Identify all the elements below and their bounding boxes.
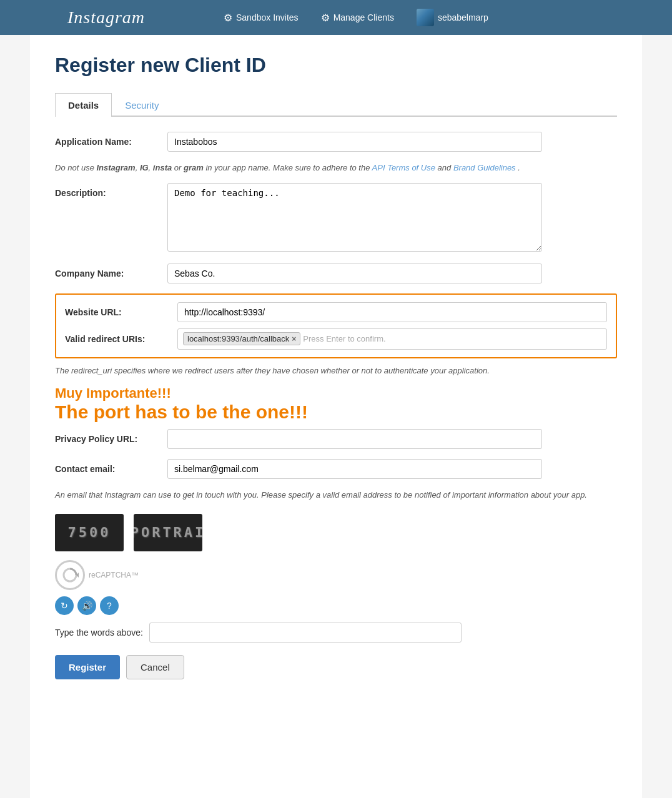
brand-guidelines-link[interactable]: Brand Guidelines	[453, 163, 516, 172]
website-url-row: Website URL:	[65, 302, 607, 322]
captcha-area: 7500 PORTRAI reCAPTCHA™ ↻ 🔊 ? Type the w…	[55, 514, 617, 643]
captcha-text-2: PORTRAI	[134, 525, 202, 540]
user-profile-link[interactable]: sebabelmarp	[405, 0, 500, 35]
app-header: Instagram ⚙ Sandbox Invites ⚙ Manage Cli…	[0, 0, 672, 35]
redirect-uri-row: Valid redirect URIs: localhost:9393/auth…	[65, 328, 607, 350]
recaptcha-icon	[55, 560, 85, 590]
recaptcha-svg	[61, 566, 79, 584]
tab-details-label: Details	[68, 100, 99, 111]
captcha-refresh-button[interactable]: ↻	[55, 596, 74, 615]
recaptcha-brand: reCAPTCHA™	[89, 571, 139, 579]
redirect-note-area: The redirect_uri specifies where we redi…	[55, 365, 617, 423]
register-button[interactable]: Register	[55, 655, 120, 679]
contact-note: An email that Instagram can use to get i…	[55, 489, 617, 501]
avatar	[417, 9, 434, 26]
captcha-text-1: 7500	[68, 525, 111, 540]
captcha-image-1: 7500	[55, 514, 124, 551]
privacy-label: Privacy Policy URL:	[55, 429, 167, 444]
tab-security-label: Security	[125, 100, 159, 111]
manage-clients-label: Manage Clients	[334, 12, 394, 22]
website-url-input[interactable]	[177, 302, 607, 322]
recaptcha-logo: reCAPTCHA™	[55, 560, 617, 590]
website-url-label: Website URL:	[65, 307, 177, 317]
contact-row: Contact email:	[55, 459, 617, 479]
redirect-uri-input[interactable]: localhost:9393/auth/callback × Press Ent…	[177, 328, 607, 350]
redirect-note-text: The redirect_uri specifies where we redi…	[55, 366, 490, 375]
username-label: sebabelmarp	[438, 12, 488, 22]
redirect-uri-tag: localhost:9393/auth/callback ×	[183, 332, 300, 345]
contact-input[interactable]	[167, 459, 542, 479]
captcha-images: 7500 PORTRAI	[55, 514, 617, 551]
captcha-input[interactable]	[149, 623, 462, 643]
api-terms-link[interactable]: API Terms of Use	[372, 163, 435, 172]
contact-label: Contact email:	[55, 459, 167, 474]
captcha-audio-button[interactable]: 🔊	[77, 596, 96, 615]
url-section: Website URL: Valid redirect URIs: localh…	[55, 293, 617, 358]
captcha-image-2: PORTRAI	[134, 514, 202, 551]
app-name-note: Do not use Instagram, IG, insta or gram …	[55, 162, 617, 174]
captcha-help-button[interactable]: ?	[100, 596, 119, 615]
redirect-uri-tag-remove[interactable]: ×	[292, 335, 296, 343]
tabs-container: Details Security	[55, 92, 617, 117]
description-row: Description: Demo for teaching...	[55, 183, 617, 254]
app-name-label: Application Name:	[55, 132, 167, 147]
gear-icon-clients: ⚙	[321, 12, 330, 24]
company-name-input[interactable]	[167, 264, 542, 283]
logo-area: Instagram	[0, 0, 212, 35]
sandbox-invites-label: Sandbox Invites	[236, 12, 299, 22]
captcha-input-row: Type the words above:	[55, 623, 617, 643]
action-buttons: Register Cancel	[55, 655, 617, 679]
contact-control	[167, 459, 617, 479]
annotation2: The port has to be the one!!!	[55, 401, 617, 423]
main-nav: ⚙ Sandbox Invites ⚙ Manage Clients sebab…	[212, 0, 500, 35]
page-title: Register new Client ID	[55, 54, 617, 77]
tab-security[interactable]: Security	[112, 93, 172, 117]
company-name-control	[167, 264, 617, 283]
privacy-row: Privacy Policy URL:	[55, 429, 617, 449]
captcha-controls: ↻ 🔊 ?	[55, 596, 617, 615]
sandbox-invites-link[interactable]: ⚙ Sandbox Invites	[212, 0, 310, 35]
captcha-input-label: Type the words above:	[55, 628, 143, 638]
app-name-input[interactable]	[167, 132, 542, 152]
redirect-note: The redirect_uri specifies where we redi…	[55, 365, 617, 377]
manage-clients-link[interactable]: ⚙ Manage Clients	[310, 0, 405, 35]
app-name-control	[167, 132, 542, 152]
app-name-row: Application Name:	[55, 132, 617, 152]
annotation1: Muy Importante!!!	[55, 385, 617, 401]
cancel-button[interactable]: Cancel	[126, 655, 184, 679]
redirect-uri-tag-text: localhost:9393/auth/callback	[187, 334, 289, 343]
description-control: Demo for teaching...	[167, 183, 542, 254]
avatar-image	[417, 9, 434, 26]
tab-details[interactable]: Details	[55, 93, 112, 117]
company-name-row: Company Name:	[55, 264, 617, 283]
company-name-label: Company Name:	[55, 264, 167, 278]
logo-text: Instagram	[67, 7, 145, 27]
gear-icon-sandbox: ⚙	[224, 12, 232, 24]
privacy-input[interactable]	[167, 429, 542, 449]
description-label: Description:	[55, 183, 167, 198]
description-textarea[interactable]: Demo for teaching...	[167, 183, 542, 252]
privacy-control	[167, 429, 617, 449]
redirect-placeholder: Press Enter to confirm.	[303, 334, 385, 343]
main-content: Register new Client ID Details Security …	[30, 35, 642, 798]
redirect-uri-label: Valid redirect URIs:	[65, 334, 177, 344]
